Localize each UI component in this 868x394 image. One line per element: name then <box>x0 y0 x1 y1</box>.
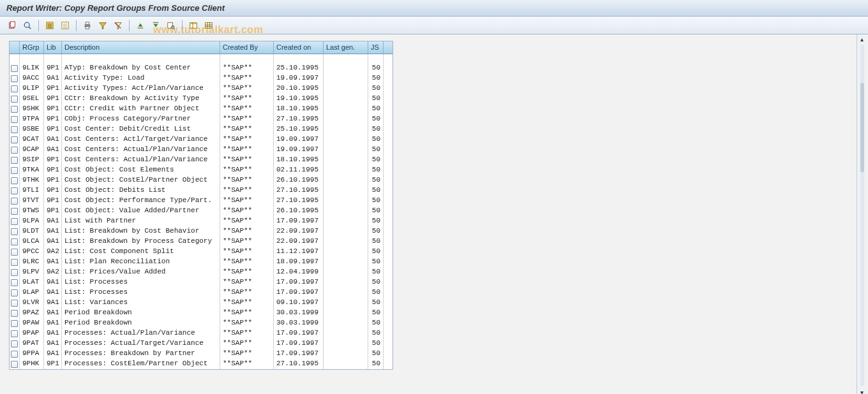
row-checkbox[interactable] <box>10 257 20 267</box>
cell-created-on: 19.09.1997 <box>274 145 324 155</box>
row-checkbox[interactable] <box>10 135 20 145</box>
scrollbar-thumb[interactable] <box>860 83 864 172</box>
cell-rgrp: 9LIK <box>20 63 44 73</box>
table-row[interactable]: 9TVT9P1Cost Object: Performance Type/Par… <box>10 196 393 206</box>
row-checkbox[interactable] <box>10 104 20 114</box>
col-last-gen[interactable]: Last gen. <box>324 41 368 54</box>
copy-icon[interactable] <box>5 19 19 32</box>
cell-last-gen <box>324 63 368 73</box>
row-checkbox[interactable] <box>10 339 20 349</box>
col-description[interactable]: Description <box>62 41 220 54</box>
row-checkbox[interactable] <box>10 298 20 308</box>
table-row[interactable]: 9PHK9P1Processes: CostElem/Partner Objec… <box>10 359 393 369</box>
cell-js: 50 <box>368 308 384 318</box>
row-checkbox[interactable] <box>10 237 20 247</box>
cell-description: Processes: Actual/Target/Variance <box>62 339 220 349</box>
table-row[interactable]: 9SEL9P1CCtr: Breakdown by Activity Type*… <box>10 94 393 104</box>
table-row[interactable]: 9LDT9A1List: Breakdown by Cost Behavior*… <box>10 226 393 237</box>
table-row[interactable]: 9LRC9A1List: Plan Reconciliation**SAP**1… <box>10 257 393 267</box>
row-checkbox[interactable] <box>10 155 20 165</box>
col-checkbox[interactable] <box>10 41 20 54</box>
scroll-up-icon[interactable]: ▴ <box>858 34 867 43</box>
row-checkbox[interactable] <box>10 267 20 277</box>
display-icon[interactable] <box>20 19 34 32</box>
cell-created-on: 17.09.1997 <box>274 216 324 226</box>
table-row[interactable]: 9CAT9A1Cost Centers: Actl/Target/Varianc… <box>10 135 393 145</box>
table-row[interactable]: 9CAP9A1Cost Centers: Actual/Plan/Varianc… <box>10 145 393 155</box>
table-row[interactable]: 9PCC9A2List: Cost Component Split**SAP**… <box>10 247 393 257</box>
select-all-icon[interactable] <box>43 19 57 32</box>
row-checkbox[interactable] <box>10 318 20 328</box>
col-created-by[interactable]: Created By <box>220 41 274 54</box>
svg-rect-10 <box>63 26 68 26</box>
table-row[interactable]: 9LCA9A1List: Breakdown by Process Catego… <box>10 237 393 247</box>
row-checkbox[interactable] <box>10 288 20 298</box>
row-checkbox[interactable] <box>10 165 20 175</box>
print-icon[interactable] <box>80 19 94 32</box>
row-checkbox[interactable] <box>10 73 20 84</box>
sort-asc-icon[interactable] <box>133 19 147 32</box>
row-checkbox[interactable] <box>10 114 20 124</box>
table-row[interactable]: 9PAW9A1Period Breakdown**SAP**30.03.1999… <box>10 318 393 328</box>
cell-created-by: **SAP** <box>220 84 274 94</box>
table-row[interactable]: 9PAP9A1Processes: Actual/Plan/Variance**… <box>10 328 393 339</box>
col-lib[interactable]: Lib <box>44 41 62 54</box>
cell-description: Period Breakdown <box>62 318 220 328</box>
row-checkbox[interactable] <box>10 226 20 237</box>
table-row[interactable]: 9PPA9A1Processes: Breakdown by Partner**… <box>10 349 393 359</box>
row-checkbox[interactable] <box>10 84 20 94</box>
row-checkbox[interactable] <box>10 124 20 135</box>
col-created-on[interactable]: Created on <box>274 41 324 54</box>
filter-delete-icon[interactable] <box>111 19 125 32</box>
row-checkbox[interactable] <box>10 328 20 339</box>
scrollbar-track[interactable] <box>860 45 864 386</box>
cell-created-on: 02.11.1995 <box>274 165 324 175</box>
table-row[interactable]: 9LAT9A1List: Processes**SAP**17.09.19975… <box>10 277 393 288</box>
row-checkbox[interactable] <box>10 216 20 226</box>
table-row[interactable]: 9LVR9A1List: Variances**SAP**09.10.19975… <box>10 298 393 308</box>
row-checkbox[interactable] <box>10 277 20 288</box>
table-row[interactable]: 9LIP9P1Activity Types: Act/Plan/Variance… <box>10 84 393 94</box>
table-row[interactable]: 9LAP9A1List: Processes**SAP**17.09.19975… <box>10 288 393 298</box>
col-rgrp[interactable]: RGrp <box>20 41 44 54</box>
table-row[interactable]: 9THK9P1Cost Object: CostEl/Partner Objec… <box>10 175 393 186</box>
table-row[interactable]: 9SHK9P1CCtr: Credit with Partner Object*… <box>10 104 393 114</box>
row-checkbox[interactable] <box>10 349 20 359</box>
row-checkbox[interactable] <box>10 206 20 216</box>
table-row[interactable]: 9TWS9P1Cost Object: Value Added/Partner*… <box>10 206 393 216</box>
row-checkbox[interactable] <box>10 145 20 155</box>
sort-desc-icon[interactable] <box>149 19 163 32</box>
table-row[interactable]: 9SIP9P1Cost Centers: Actual/Plan/Varianc… <box>10 155 393 165</box>
vertical-scrollbar[interactable]: ▴ ▾ <box>857 34 867 394</box>
layout-icon[interactable] <box>186 19 200 32</box>
col-js[interactable]: JS <box>368 41 384 54</box>
row-checkbox[interactable] <box>10 175 20 186</box>
table-row[interactable]: 9SBE9P1Cost Center: Debit/Credit List**S… <box>10 124 393 135</box>
row-checkbox[interactable] <box>10 308 20 318</box>
table-row[interactable]: 9TKA9P1Cost Object: Cost Elements**SAP**… <box>10 165 393 175</box>
cell-created-on: 25.10.1995 <box>274 63 324 73</box>
deselect-all-icon[interactable] <box>58 19 72 32</box>
row-checkbox[interactable] <box>10 359 20 369</box>
table-row[interactable]: 9TPA9P1CObj: Process Category/Partner**S… <box>10 114 393 124</box>
table-row[interactable]: 9TLI9P1Cost Object: Debits List**SAP**27… <box>10 186 393 196</box>
filter-icon[interactable] <box>96 19 110 32</box>
cell-js: 50 <box>368 298 384 308</box>
cell-last-gen <box>324 339 368 349</box>
row-checkbox[interactable] <box>10 94 20 104</box>
row-checkbox[interactable] <box>10 247 20 257</box>
row-checkbox[interactable] <box>10 186 20 196</box>
grid-icon[interactable] <box>202 19 216 32</box>
table-row[interactable]: 9LPA9A1List with Partner**SAP**17.09.199… <box>10 216 393 226</box>
find-icon[interactable] <box>164 19 178 32</box>
cell-js: 50 <box>368 359 384 369</box>
svg-rect-22 <box>168 22 173 28</box>
table-row[interactable]: 9PAT9A1Processes: Actual/Target/Variance… <box>10 339 393 349</box>
table-row[interactable]: 9LPV9A2List: Prices/Value Added**SAP**12… <box>10 267 393 277</box>
scroll-down-icon[interactable]: ▾ <box>858 388 867 394</box>
row-checkbox[interactable] <box>10 63 20 73</box>
table-row[interactable]: 9PAZ9A1Period Breakdown**SAP**30.03.1999… <box>10 308 393 318</box>
table-row[interactable]: 9LIK9P1ATyp: Breakdown by Cost Center**S… <box>10 63 393 73</box>
row-checkbox[interactable] <box>10 196 20 206</box>
table-row[interactable]: 9ACC9A1Activity Type: Load**SAP**19.09.1… <box>10 73 393 84</box>
